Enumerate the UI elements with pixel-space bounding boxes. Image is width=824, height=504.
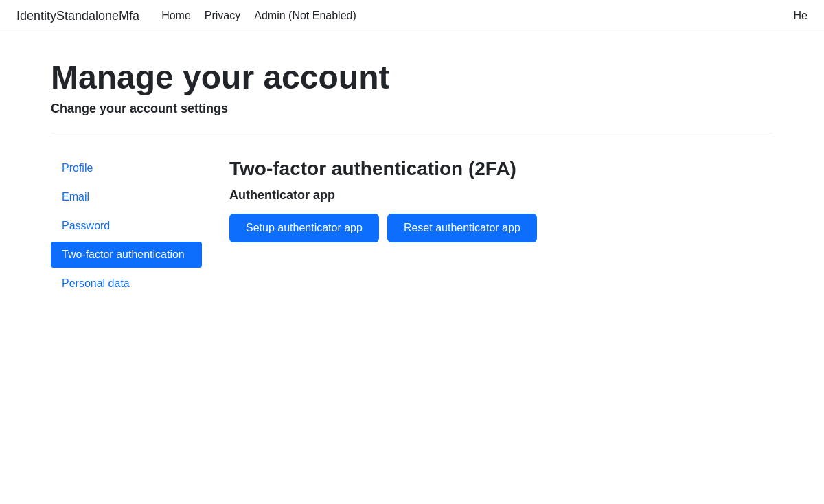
navbar-brand[interactable]: IdentityStandaloneMfa: [16, 9, 139, 23]
nav-link-privacy[interactable]: Privacy: [205, 5, 240, 26]
divider: [51, 133, 773, 133]
section-title: Two-factor authentication (2FA): [229, 158, 773, 180]
nav-link-admin-(not-enabled)[interactable]: Admin (Not Enabled): [254, 5, 356, 26]
navbar-links: HomePrivacyAdmin (Not Enabled): [161, 5, 793, 26]
account-layout: ProfileEmailPasswordTwo-factor authentic…: [51, 155, 773, 299]
sidebar-item-profile[interactable]: Profile: [51, 155, 202, 181]
nav-link-home[interactable]: Home: [161, 5, 191, 26]
navbar: IdentityStandaloneMfa HomePrivacyAdmin (…: [0, 0, 824, 32]
sidebar-item-password[interactable]: Password: [51, 213, 202, 239]
navbar-right: He: [794, 10, 808, 22]
page-title: Manage your account: [51, 60, 773, 96]
button-group: Setup authenticator appReset authenticat…: [229, 214, 773, 242]
reset-authenticator-button[interactable]: Reset authenticator app: [387, 214, 537, 242]
sidebar-item-personal-data[interactable]: Personal data: [51, 271, 202, 297]
sidebar-item-two-factor-authentication[interactable]: Two-factor authentication: [51, 242, 202, 268]
setup-authenticator-button[interactable]: Setup authenticator app: [229, 214, 379, 242]
main-panel: Two-factor authentication (2FA) Authenti…: [229, 155, 773, 299]
page-subtitle: Change your account settings: [51, 102, 773, 116]
section-subtitle: Authenticator app: [229, 188, 773, 203]
sidebar-item-email[interactable]: Email: [51, 184, 202, 210]
sidebar: ProfileEmailPasswordTwo-factor authentic…: [51, 155, 202, 299]
main-content: Manage your account Change your account …: [34, 32, 790, 316]
